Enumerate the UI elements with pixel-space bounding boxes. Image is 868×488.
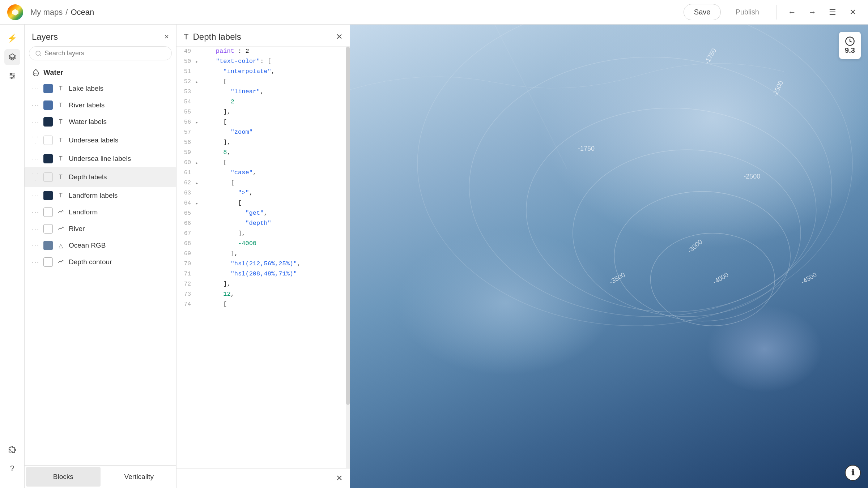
topbar-divider [776,5,777,20]
layer-name: Ocean RGB [69,241,106,249]
code-panel-type-icon: T [184,32,188,42]
code-footer: ✕ [176,468,350,488]
code-line-51: 51 "interpolate", [176,67,350,77]
layer-name: River labels [69,101,105,109]
puzzle-icon-button[interactable] [4,442,20,458]
clock-icon [845,36,855,46]
layer-item-depth-labels[interactable]: · · · T Depth labels [25,167,176,187]
layer-type-text-icon: T [57,174,64,180]
map-info-button[interactable]: ℹ [845,465,861,481]
layers-icon-button[interactable] [4,49,20,65]
layer-name: Undersea line labels [69,155,131,163]
layer-visibility-dots: ··· [32,209,39,216]
save-button[interactable]: Save [684,4,721,20]
layers-close-button[interactable]: × [164,32,169,42]
code-body[interactable]: 49 paint : 2 50 ▸ "text-color": [ 51 "in… [176,47,350,468]
breadcrumb-separator: / [65,8,68,17]
code-footer-close-button[interactable]: ✕ [336,474,342,483]
layer-item-landform-labels[interactable]: ··· T Landform labels [25,187,176,204]
layer-type-text-icon: T [57,155,64,162]
code-line-65: 65 "get", [176,209,350,219]
layer-color-swatch [43,84,53,93]
help-icon-button[interactable]: ? [4,461,20,476]
layer-visibility-dots: ··· [32,242,39,249]
layer-item-ocean-rgb[interactable]: ··· △ Ocean RGB [25,237,176,254]
lightning-icon-button[interactable]: ⚡ [4,30,20,46]
layer-type-path-icon [57,208,64,216]
verticality-tab[interactable]: Verticality [102,466,176,488]
code-line-67: 67 ], [176,229,350,239]
layer-item-river-labels[interactable]: ··· T River labels [25,97,176,114]
breadcrumb-my-maps[interactable]: My maps [30,8,63,17]
search-input[interactable] [44,50,166,57]
layers-footer: Blocks Verticality [25,465,176,488]
code-line-62: 62 ▸ [ [176,178,350,188]
topbar: My maps / Ocean Save Publish ← → ☰ ✕ [0,0,868,25]
layer-item-landform[interactable]: ··· Landform [25,204,176,221]
code-line-55: 55 ], [176,107,350,117]
map-timer-widget: 9.3 [839,32,861,59]
code-line-68: 68 -4000 [176,239,350,249]
layer-visibility-dots: · · · [32,134,39,147]
code-scrollbar-thumb[interactable] [346,47,350,405]
svg-point-4 [10,73,12,75]
layer-type-path-icon [57,225,64,233]
layer-item-river[interactable]: ··· River [25,221,176,237]
code-line-71: 71 "hsl(208,48%,71%)" [176,269,350,279]
layer-color-swatch [43,136,53,145]
code-panel-close-button[interactable]: ✕ [336,32,342,42]
breadcrumb: My maps / Ocean [30,8,94,17]
icon-rail: ⚡ ? [0,25,25,488]
layer-color-swatch [43,257,53,267]
code-line-54: 54 2 [176,97,350,107]
code-line-74: 74 [ [176,300,350,310]
back-button[interactable]: ← [784,4,800,20]
code-line-58: 58 ], [176,138,350,148]
layer-item-water-labels[interactable]: ··· T Water labels [25,114,176,130]
layer-name: Lake labels [69,85,103,93]
layer-name: Water labels [69,118,107,126]
layer-name: Undersea labels [69,136,118,144]
layer-name: River [69,225,85,233]
layer-type-text-icon: T [57,102,64,108]
publish-button[interactable]: Publish [725,4,769,20]
svg-point-5 [13,75,14,77]
layer-type-text-icon: T [57,119,64,125]
sliders-icon-button[interactable] [4,68,20,84]
app-logo [7,4,23,20]
search-bar [29,46,172,60]
layer-visibility-dots: ··· [32,118,39,126]
breadcrumb-current: Ocean [71,8,94,17]
layer-visibility-dots: ··· [32,192,39,200]
layer-color-swatch [43,224,53,234]
layer-item-undersea-line-labels[interactable]: ··· T Undersea line labels [25,150,176,167]
map-area[interactable]: -1750 -1750 -2500 -2500 -3000 -3500 -400… [350,25,868,488]
layer-visibility-dots: ··· [32,258,39,266]
blocks-tab[interactable]: Blocks [26,467,101,487]
topbar-actions: Save Publish ← → ☰ ✕ [684,4,861,20]
menu-button[interactable]: ☰ [825,4,841,20]
layers-panel: Layers × Water ··· T Lake labels ··· [25,25,176,488]
layers-title: Layers [32,32,58,42]
map-canvas: -1750 -1750 -2500 -2500 -3000 -3500 -400… [350,25,868,488]
layer-item-lake-labels[interactable]: ··· T Lake labels [25,80,176,97]
code-header: T Depth labels ✕ [176,25,350,47]
layer-visibility-dots: · · · [32,171,39,184]
code-line-64: 64 ▸ [ [176,198,350,209]
layer-type-text-icon: T [57,192,64,199]
layer-item-depth-contour[interactable]: ··· Depth contour [25,254,176,270]
layer-name: Landform [69,208,98,216]
code-line-69: 69 ], [176,249,350,259]
layer-name: Depth contour [69,258,112,266]
forward-button[interactable]: → [804,4,820,20]
code-scrollbar[interactable] [346,47,350,468]
water-group-header: Water [25,65,176,80]
layers-header: Layers × [25,25,176,46]
layer-color-swatch [43,154,53,163]
code-line-53: 53 "linear", [176,87,350,97]
layer-item-undersea-labels[interactable]: · · · T Undersea labels [25,130,176,150]
close-button[interactable]: ✕ [845,4,861,20]
code-line-56: 56 ▸ [ [176,117,350,128]
layer-color-swatch [43,100,53,110]
layer-type-text-icon: T [57,137,64,144]
